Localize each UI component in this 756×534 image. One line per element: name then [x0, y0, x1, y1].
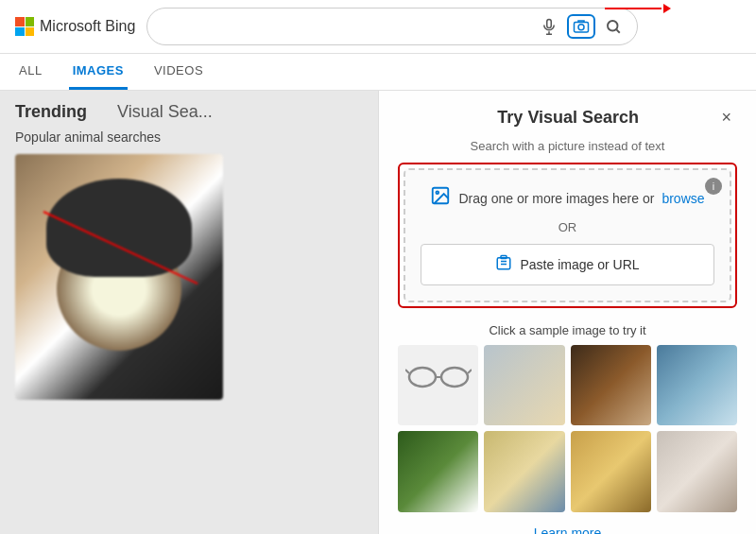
search-icons [539, 14, 624, 39]
header: Microsoft Bing [0, 0, 756, 54]
panel-header: Try Visual Search × [398, 106, 737, 129]
microsoft-logo-icon [15, 17, 34, 36]
sample-grid [398, 345, 737, 512]
search-bar [146, 8, 638, 45]
visual-search-label: Visual Sea... [117, 102, 213, 122]
sample-section: Click a sample image to try it [398, 323, 737, 512]
visual-search-button[interactable] [567, 14, 595, 39]
logo-green-quad [26, 17, 35, 26]
main-area: Trending Visual Sea... Popular animal se… [0, 91, 756, 534]
drop-zone-container: Drag one or more images here or browse i… [398, 163, 737, 308]
search-input[interactable] [161, 19, 531, 35]
sample-image-coffee[interactable] [571, 345, 651, 425]
tab-images[interactable]: IMAGES [69, 54, 128, 90]
paste-label: Paste image or URL [520, 257, 639, 272]
svg-point-8 [437, 191, 439, 194]
logo-yellow-quad [26, 27, 35, 37]
logo-area: Microsoft Bing [15, 17, 135, 36]
image-drag-icon [430, 185, 451, 211]
tab-videos[interactable]: VIDEOS [150, 54, 207, 90]
logo-blue-quad [15, 27, 25, 37]
browse-link[interactable]: browse [662, 191, 704, 206]
sample-image-harbor[interactable] [657, 345, 737, 425]
paste-button[interactable]: Paste image or URL [421, 244, 714, 285]
panel-title: Try Visual Search [421, 108, 715, 128]
learn-more-link[interactable]: Learn more [398, 525, 737, 535]
sample-title: Click a sample image to try it [398, 323, 737, 337]
visual-search-panel: Try Visual Search × Search with a pictur… [378, 91, 756, 534]
close-button[interactable]: × [715, 106, 737, 129]
sample-image-sunglasses[interactable] [398, 345, 478, 425]
svg-rect-0 [547, 20, 552, 28]
panel-subtitle: Search with a picture instead of text [398, 139, 737, 153]
sample-image-furniture[interactable] [657, 431, 737, 511]
sample-image-interior[interactable] [484, 345, 564, 425]
logo-text: Microsoft Bing [40, 18, 135, 35]
trending-label: Trending [15, 102, 87, 122]
sample-image-dog[interactable] [571, 431, 651, 511]
svg-point-14 [441, 368, 468, 387]
svg-point-5 [608, 21, 618, 31]
tab-all[interactable]: ALL [15, 54, 46, 90]
logo-red-quad [15, 17, 25, 26]
info-icon[interactable]: i [705, 178, 722, 195]
sample-image-landmark[interactable] [484, 431, 564, 511]
drop-zone[interactable]: Drag one or more images here or browse i… [404, 168, 731, 302]
svg-line-6 [617, 29, 620, 32]
svg-point-4 [578, 25, 584, 30]
svg-point-13 [409, 368, 436, 387]
drag-text: Drag one or more images here or [458, 191, 654, 206]
sample-image-flower[interactable] [398, 431, 478, 511]
drag-area: Drag one or more images here or browse [430, 185, 704, 211]
svg-line-16 [405, 370, 409, 373]
nav-tabs: ALL IMAGES VIDEOS [0, 54, 756, 91]
paste-icon [495, 254, 512, 275]
dog-image [15, 154, 223, 400]
red-line-annotation [43, 211, 198, 284]
microphone-button[interactable] [539, 16, 559, 37]
svg-line-17 [468, 370, 472, 373]
search-button[interactable] [603, 16, 624, 37]
red-arrow-head [663, 4, 671, 13]
or-divider: OR [558, 220, 577, 234]
